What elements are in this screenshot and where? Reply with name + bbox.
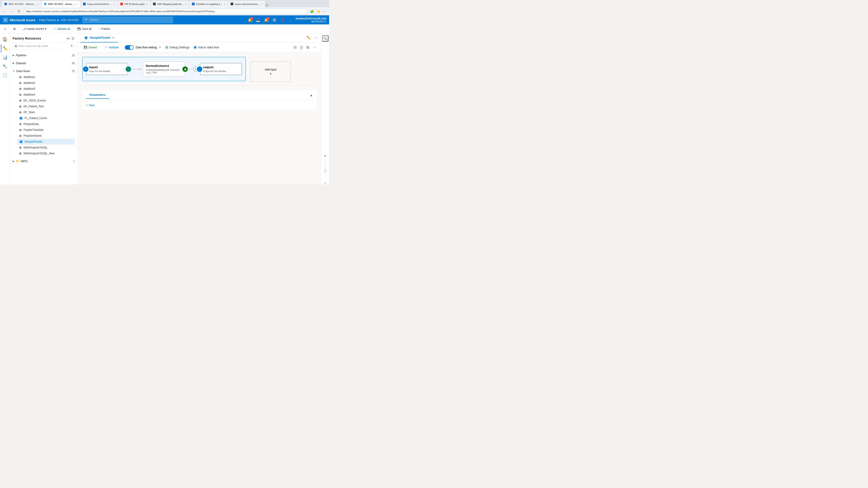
browser-tab-7[interactable]: ⬛ azure-docs/overview... ✕ xyxy=(228,1,265,7)
dataset-label: Dataset xyxy=(16,61,26,65)
wps-category-header[interactable]: ▶ 📁 WPS 1 xyxy=(13,158,75,164)
new-parameter-button[interactable]: + New xyxy=(86,103,95,107)
resource-item-fl-patient[interactable]: 🔷 FL_Patient_Cache xyxy=(17,115,75,121)
cloud-shell-icon[interactable]: 💻 xyxy=(255,17,261,23)
sidebar-icon-dataflows[interactable]: 📄 xyxy=(1,71,9,79)
browser-tab-2[interactable]: 🔷 ADF-JO-POC - Azure ... ✕ xyxy=(41,1,80,7)
resource-item-df-json[interactable]: ⊕ DF_JSON_Events xyxy=(17,98,75,103)
forward-button[interactable]: → xyxy=(9,9,15,13)
filter-resources-input[interactable] xyxy=(18,44,69,48)
alerts-icon[interactable]: 🔔 2 xyxy=(263,17,270,23)
resource-item-df-patient[interactable]: ⊕ DF_Patient_Test xyxy=(17,103,75,109)
debug-spinner-icon: ⟳ xyxy=(159,46,161,49)
resource-item-df-stars[interactable]: ⊕ DF_Stars xyxy=(17,109,75,115)
parameters-collapse-button[interactable]: ▲ xyxy=(310,93,313,97)
new-tab-button[interactable]: + xyxy=(266,3,268,7)
saved-button[interactable]: 💾 Saved xyxy=(81,44,99,50)
browser-tab-5[interactable]: ⬛ ADF Mapping data flo... ✕ xyxy=(151,1,189,7)
browser-tab-1[interactable]: 🔵 ADF-JO-POC - Micros... ✕ xyxy=(2,1,41,7)
breadcrumb-data-factory[interactable]: Data Factory xyxy=(39,18,56,22)
branch-selector[interactable]: ⎇ master branch ▾ xyxy=(21,26,49,31)
publish-button[interactable]: ↑ Publish xyxy=(97,26,112,31)
sidebar-icon-home[interactable]: 🏠 xyxy=(1,35,9,43)
save-icon: 💾 xyxy=(77,27,81,31)
code-view-button[interactable]: ⊟ xyxy=(293,44,298,51)
settings-button[interactable]: ⋯ xyxy=(322,9,327,13)
canvas-tab-sample-flowlet[interactable]: 🔷 SampleFlowlet ✕ xyxy=(81,33,118,42)
resource-item-sample-flowlet[interactable]: 🔷 SampleFlowlet xyxy=(17,139,75,144)
back-button[interactable]: ← xyxy=(2,9,8,13)
derived-column1-node[interactable]: DerivedColumn1 Creating/updating the col… xyxy=(143,62,185,76)
browser-tab-6[interactable]: 🟦 Flowlets in mapping d... ✕ xyxy=(189,1,228,7)
debug-toggle[interactable]: Data flow debug ⟳ xyxy=(125,45,161,50)
tab-close-7[interactable]: ✕ xyxy=(261,3,263,5)
tab-close-6[interactable]: ✕ xyxy=(223,3,225,5)
resource-item-dataflow1[interactable]: ⊕ dataflow1 xyxy=(17,74,75,80)
validate-icon: ✓ xyxy=(54,27,56,31)
tab-close-2[interactable]: ✕ xyxy=(76,3,78,5)
factory-resources-panel: Factory Resources ≪ ⊟ ⊟ + ▶ Pipeline 15 xyxy=(10,33,78,184)
sidebar-icon-monitor[interactable]: 📊 xyxy=(1,53,9,61)
tab-close-5[interactable]: ✕ xyxy=(185,3,187,5)
add-input-box[interactable]: Add Input ∨ xyxy=(250,61,291,82)
add-to-flow-button[interactable]: 🔷 Add to data flow xyxy=(193,46,219,49)
tab-close-3[interactable]: ✕ xyxy=(113,3,115,5)
dataflows-category-header[interactable]: ▼ Data flows 15 xyxy=(13,68,75,74)
debug-toggle-switch[interactable] xyxy=(125,45,134,50)
filter-resources-button[interactable]: ⊟ xyxy=(71,36,75,41)
sidebar-icon-manage[interactable]: 🔧 xyxy=(1,62,9,70)
collapse-sidebar-button[interactable]: « xyxy=(3,26,8,31)
tab-close-1[interactable]: ✕ xyxy=(37,3,39,5)
browser-tab-4[interactable]: 🟥 PM DI Mocks.pptx ✕ xyxy=(118,1,150,7)
resource-item-dataflow2[interactable]: ⊕ dataflow2 xyxy=(17,80,75,86)
breadcrumb-adf[interactable]: ADF-JO-POC xyxy=(61,18,79,22)
extensions-button[interactable]: 🧩 xyxy=(309,9,315,13)
more-options-icon[interactable]: ⋯ xyxy=(313,35,318,41)
azure-search[interactable]: 🔍 xyxy=(83,17,173,23)
zoom-in-button[interactable]: + xyxy=(322,153,329,159)
resource-item-write-outputs[interactable]: ⊕ WriteOutputsToSQL xyxy=(17,144,75,151)
resource-item-prepare-data[interactable]: ⊕ PrepareData xyxy=(17,121,75,127)
browser-tab-3[interactable]: 🟦 Copy and transform ... ✕ xyxy=(81,1,117,7)
validate-button[interactable]: ✓ Validate xyxy=(103,44,121,50)
favorites-button[interactable]: ⭐ xyxy=(316,9,321,13)
input1-node[interactable]: input1 Input for the flowlet. xyxy=(86,63,128,75)
zoom-out-button[interactable]: − xyxy=(322,180,329,184)
resource-item-dataflow3[interactable]: ⊕ dataflow3 xyxy=(17,86,75,92)
resource-item-write-outputs-new[interactable]: ⊕ WriteOutputsToSQL_New xyxy=(17,151,75,156)
more-canvas-options[interactable]: ⋯ xyxy=(312,44,317,51)
refresh-button[interactable]: ↻ xyxy=(16,9,22,13)
save-all-button[interactable]: 💾 Save all xyxy=(75,26,93,31)
tab-close-4[interactable]: ✕ xyxy=(146,3,148,5)
user-icon[interactable]: 👤 xyxy=(287,17,294,23)
item-label: dataflow1 xyxy=(24,75,35,78)
output1-node[interactable]: output1 Output for the flowlet. xyxy=(200,63,242,75)
help-icon[interactable]: ❓ xyxy=(279,17,286,23)
debug-settings-button[interactable]: ⚙️ Debug Settings xyxy=(165,46,190,49)
address-bar[interactable] xyxy=(23,8,308,14)
dataflow-icon: ⊕ xyxy=(19,87,22,91)
json-view-button[interactable]: {} xyxy=(299,44,304,51)
parameters-tab[interactable]: Parameters xyxy=(86,91,109,99)
add-resource-button[interactable]: + xyxy=(70,43,73,48)
resource-item-dataflow4[interactable]: ⊕ dataflow4 xyxy=(17,92,75,98)
dataset-category-header[interactable]: ▶ Dataset 56 xyxy=(13,60,75,66)
wps-chevron-icon: ▶ xyxy=(13,160,14,162)
pipeline-category-header[interactable]: ▶ Pipeline 15 xyxy=(13,52,75,58)
resource-item-prep-sentiment[interactable]: ⊕ PrepSentiment xyxy=(17,133,75,139)
edit-icon[interactable]: ✏️ xyxy=(306,35,312,41)
resource-item-prepfor[interactable]: ⊕ PrepforTranslate xyxy=(17,127,75,133)
azure-search-input[interactable] xyxy=(90,18,170,22)
collapse-resources-button[interactable]: ≪ xyxy=(66,36,70,41)
table-view-button[interactable]: ⊞ xyxy=(305,44,310,51)
sidebar-icon-author[interactable]: ✏️ xyxy=(1,44,9,53)
validate-all-button[interactable]: ✓ Validate all xyxy=(52,26,72,31)
notifications-icon[interactable]: 🔔 4 xyxy=(247,17,253,23)
tab-close-canvas[interactable]: ✕ xyxy=(112,36,114,39)
dataset-chevron-icon: ▶ xyxy=(13,62,14,64)
settings-icon[interactable]: ⚙️ xyxy=(271,17,278,23)
search-right-button[interactable]: 🔍 xyxy=(322,35,329,41)
hide-panel-button[interactable]: ⊞ xyxy=(11,26,18,31)
zoom-slider-thumb[interactable] xyxy=(324,169,327,172)
dataflow-icon: ⊕ xyxy=(19,152,22,155)
